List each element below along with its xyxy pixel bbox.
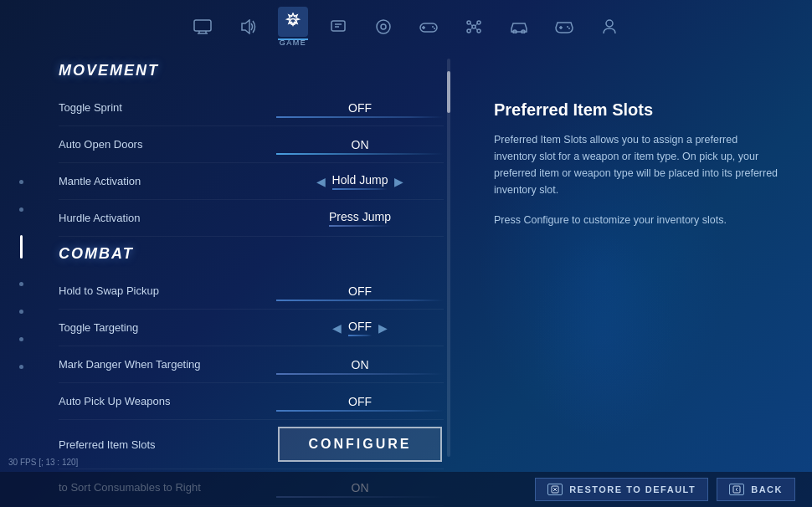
controller-nav-icon[interactable] xyxy=(414,12,444,42)
auto-pickup-bar xyxy=(276,410,444,412)
auto-open-doors-row: Auto Open Doors ON xyxy=(59,126,444,163)
mark-danger-bar xyxy=(276,373,444,375)
svg-point-17 xyxy=(467,21,470,24)
accessibility-nav-icon[interactable] xyxy=(323,12,353,42)
auto-open-doors-bar xyxy=(276,153,444,155)
gear-nav-icon[interactable] xyxy=(278,7,308,37)
back-icon xyxy=(729,484,744,495)
auto-pickup-value[interactable]: OFF xyxy=(348,395,372,408)
svg-point-31 xyxy=(606,20,613,27)
targeting-arrow-left[interactable]: ◀ xyxy=(326,321,348,335)
auto-pickup-label: Auto Pick Up Weapons xyxy=(59,395,276,407)
mark-danger-row: Mark Danger When Targeting ON xyxy=(59,346,444,383)
auto-open-doors-value[interactable]: ON xyxy=(352,138,369,151)
toggle-targeting-value-area: ◀ OFF ▶ xyxy=(276,320,444,336)
interface-nav-icon[interactable] xyxy=(368,12,398,42)
hurdle-activation-row: Hurdle Activation Press Jump xyxy=(59,200,444,237)
info-hint: Press Configure to customize your invent… xyxy=(494,212,779,228)
toggle-sprint-value-area: OFF xyxy=(276,101,444,115)
audio-nav-icon[interactable] xyxy=(233,12,263,42)
mantle-activation-value[interactable]: Hold Jump xyxy=(332,173,388,187)
hold-swap-value[interactable]: OFF xyxy=(348,284,372,298)
svg-line-24 xyxy=(475,28,477,30)
preferred-item-slots-label: Preferred Item Slots xyxy=(59,438,276,451)
nav-audio[interactable] xyxy=(233,12,263,42)
mark-danger-label: Mark Danger When Targeting xyxy=(59,358,276,371)
fps-counter: 30 FPS [; 13 : 120] xyxy=(8,458,78,467)
svg-point-9 xyxy=(377,20,390,33)
svg-line-23 xyxy=(470,28,472,30)
dot-3 xyxy=(19,282,23,286)
svg-point-16 xyxy=(472,25,475,28)
movement-section-header: MOVEMENT xyxy=(59,62,444,79)
gamepad-nav-icon[interactable] xyxy=(549,12,579,42)
auto-open-doors-value-area: ON xyxy=(276,138,444,151)
main-layout: MOVEMENT Toggle Sprint OFF Auto Open Doo… xyxy=(0,50,812,499)
info-panel: Preferred Item Slots Preferred Item Slot… xyxy=(460,50,812,499)
toggle-targeting-value[interactable]: OFF xyxy=(348,320,372,333)
mantle-activation-label: Mantle Activation xyxy=(59,175,276,187)
restore-icon xyxy=(547,484,563,495)
svg-line-21 xyxy=(470,23,472,26)
hurdle-activation-label: Hurdle Activation xyxy=(59,212,276,224)
dot-1 xyxy=(19,180,23,184)
info-title: Preferred Item Slots xyxy=(494,100,779,120)
nav-profile[interactable] xyxy=(594,12,624,42)
hold-swap-value-area: OFF xyxy=(276,284,444,298)
auto-pickup-value-area: OFF xyxy=(276,395,444,408)
mantle-arrow-right[interactable]: ▶ xyxy=(388,175,410,188)
vehicle-nav-icon[interactable] xyxy=(504,12,534,42)
svg-rect-6 xyxy=(331,21,345,31)
svg-point-30 xyxy=(568,28,570,29)
sidebar-dots xyxy=(0,50,42,499)
mantle-activation-row: Mantle Activation ◀ Hold Jump ▶ xyxy=(59,163,444,200)
svg-rect-0 xyxy=(194,20,211,31)
hold-swap-label: Hold to Swap Pickup xyxy=(59,284,276,297)
hurdle-activation-value[interactable]: Press Jump xyxy=(329,210,391,223)
svg-point-10 xyxy=(381,24,386,29)
profile-nav-icon[interactable] xyxy=(594,12,624,42)
mark-danger-value[interactable]: ON xyxy=(352,358,369,371)
auto-pickup-row: Auto Pick Up Weapons OFF xyxy=(59,383,444,420)
toggle-targeting-row: Toggle Targeting ◀ OFF ▶ xyxy=(59,310,444,346)
scroll-track[interactable] xyxy=(447,59,450,457)
restore-default-label: RESTORE TO DEFAULT xyxy=(569,484,696,494)
svg-point-29 xyxy=(567,26,568,28)
configure-button[interactable]: CONFIGURE xyxy=(278,427,442,462)
bottom-bar: RESTORE TO DEFAULT BACK xyxy=(0,472,812,507)
network-nav-icon[interactable] xyxy=(459,12,489,42)
dot-2 xyxy=(19,207,23,212)
info-description: Preferred Item Slots allows you to assig… xyxy=(494,131,779,198)
restore-default-button[interactable]: RESTORE TO DEFAULT xyxy=(535,478,708,501)
nav-controller[interactable] xyxy=(414,12,444,42)
dot-6 xyxy=(19,365,23,369)
dot-active xyxy=(20,235,23,259)
toggle-sprint-row: Toggle Sprint OFF xyxy=(59,90,444,126)
toggle-sprint-value[interactable]: OFF xyxy=(348,101,372,115)
hurdle-activation-bar xyxy=(329,225,391,227)
combat-section-header: COMBAT xyxy=(59,245,444,263)
nav-gamepad[interactable] xyxy=(549,12,579,42)
mantle-activation-bar xyxy=(332,188,388,190)
toggle-sprint-bar xyxy=(276,116,444,118)
mantle-arrow-left[interactable]: ◀ xyxy=(310,175,332,188)
nav-interface[interactable] xyxy=(368,12,398,42)
nav-network[interactable] xyxy=(459,12,489,42)
nav-vehicle[interactable] xyxy=(504,12,534,42)
preferred-item-slots-row: Preferred Item Slots CONFIGURE xyxy=(59,420,444,469)
svg-rect-35 xyxy=(733,486,740,493)
top-nav: GAME xyxy=(0,0,812,50)
back-button[interactable]: BACK xyxy=(717,478,795,501)
nav-display[interactable] xyxy=(188,12,218,42)
svg-point-14 xyxy=(432,26,434,28)
scroll-thumb xyxy=(447,71,450,113)
nav-accessibility[interactable] xyxy=(323,12,353,42)
targeting-arrow-right[interactable]: ▶ xyxy=(372,321,394,335)
nav-game[interactable]: GAME xyxy=(278,7,308,47)
mark-danger-value-area: ON xyxy=(276,358,444,371)
auto-open-doors-label: Auto Open Doors xyxy=(59,138,276,151)
toggle-targeting-bar xyxy=(348,335,372,336)
display-nav-icon[interactable] xyxy=(188,12,218,42)
dot-5 xyxy=(19,337,23,341)
svg-point-20 xyxy=(477,29,481,33)
